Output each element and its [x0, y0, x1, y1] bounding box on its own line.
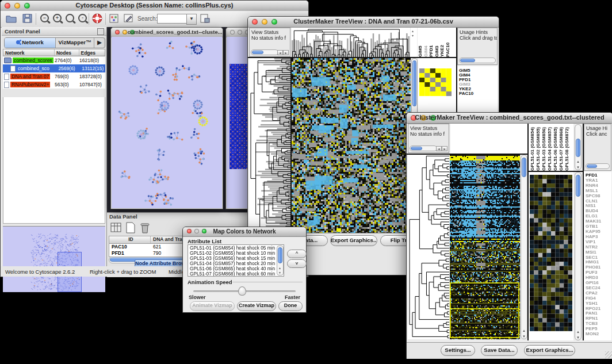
tv1-column-dendrogram[interactable]	[292, 28, 410, 57]
vizmap-icon[interactable]	[108, 13, 121, 25]
open-session-icon[interactable]	[5, 13, 18, 25]
scrollbar-thumb[interactable]	[576, 139, 580, 157]
scroll-up-icon[interactable]: ▲	[522, 329, 526, 332]
network1-canvas-area[interactable]	[112, 37, 222, 208]
gene-label[interactable]: MON2	[586, 332, 611, 337]
tab-vizmapper[interactable]: VizMapper™	[56, 38, 94, 48]
scrollbar-thumb[interactable]	[587, 164, 597, 168]
float-panel-icon[interactable]	[97, 28, 104, 35]
column-label[interactable]: YKE2	[439, 28, 445, 57]
tv2-zoom-vscrollbar[interactable]: ▲ ▼	[575, 172, 582, 340]
search-dropdown-icon[interactable]: ▼	[186, 14, 197, 25]
column-label[interactable]: GPL51-08 (GSM872)	[564, 124, 570, 171]
zoom-selected-icon[interactable]	[64, 13, 76, 25]
network-overview-icon[interactable]	[199, 13, 212, 25]
move-down-button[interactable]: v	[287, 259, 307, 268]
attribute-list-item[interactable]: GPL51-07 (GSM868) heat shock 60 min	[190, 271, 284, 277]
tv2-hints-hscrollbar[interactable]	[586, 163, 610, 169]
annotation-icon[interactable]	[123, 13, 135, 25]
animate-vizmap-button[interactable]: Animate Vizmap	[190, 301, 235, 311]
tv2-zoom-heatmap[interactable]	[530, 175, 572, 331]
column-label[interactable]: GIM3	[434, 28, 440, 57]
column-label[interactable]: GPL51-01 (GSM854)	[530, 124, 536, 171]
scrollbar-thumb[interactable]	[412, 60, 416, 106]
attr-list-vscrollbar[interactable]: ▲ ▼	[277, 246, 284, 275]
network-list-empty-area[interactable]	[3, 97, 105, 224]
settings-button[interactable]: Settings...	[441, 345, 475, 356]
scroll-down-icon[interactable]: ▼	[576, 166, 580, 169]
scroll-right-icon[interactable]: ▸	[283, 50, 289, 55]
column-label[interactable]: GPL51-07 (GSM868)	[559, 124, 564, 171]
scrollbar-thumb[interactable]	[522, 158, 526, 177]
column-label[interactable]: GPL51-06 (GSM865)	[553, 124, 559, 171]
attribute-select-icon[interactable]	[110, 221, 123, 234]
column-label[interactable]: PAC10	[445, 28, 451, 57]
network-table-row[interactable]: combined_scores 2764(0) 16218(0)	[3, 56, 105, 64]
scroll-up-icon[interactable]: ▲	[278, 266, 281, 270]
main-titlebar[interactable]: Cytoscape Desktop (Session Name: collins…	[1, 1, 308, 12]
network-table-row[interactable]: DNA and Tran 07 769(0) 183728(0)	[3, 72, 105, 81]
search-input[interactable]	[157, 14, 187, 24]
network-table-header[interactable]: Network Nodes Edges	[3, 49, 105, 56]
scroll-down-icon[interactable]: ▼	[576, 336, 580, 339]
new-attribute-icon[interactable]	[124, 221, 137, 234]
tab-overflow-arrow[interactable]: ▶	[94, 38, 105, 48]
network-table-row[interactable]: RNAPuberNov2+ 563(0) 107847(0)	[3, 81, 105, 89]
scrollbar-thumb[interactable]	[460, 59, 475, 62]
close-button[interactable]	[230, 30, 235, 35]
done-button[interactable]: Done	[278, 301, 303, 311]
delete-attribute-icon[interactable]	[139, 221, 151, 234]
column-label[interactable]: PFD1	[429, 28, 434, 57]
column-label[interactable]: GPL51-02 (GSM855)	[536, 124, 541, 171]
row-label[interactable]: PAC10	[459, 91, 498, 96]
scrollbar-thumb[interactable]	[278, 247, 282, 263]
network1-graph-canvas[interactable]	[112, 37, 222, 208]
tv1-mini-heatmap[interactable]	[419, 68, 452, 96]
scroll-down-icon[interactable]: ▼	[278, 271, 281, 274]
save-data-button[interactable]: Save Data...	[481, 345, 518, 356]
tv2-row-dendrogram[interactable]	[408, 155, 449, 339]
tv2-collabel-vscrollbar[interactable]: ▲ ▼	[575, 124, 582, 170]
resize-grip[interactable]	[605, 351, 612, 358]
export-graphics-button[interactable]: Export Graphics...	[330, 235, 377, 246]
network2-graph-canvas[interactable]	[230, 64, 248, 169]
minimize-button[interactable]	[238, 30, 242, 35]
treeview2-titlebar[interactable]: ClusterMaker TreeView : combined_scores_…	[407, 113, 612, 124]
tv1-row-dendrogram[interactable]	[249, 58, 290, 233]
birdseye-view[interactable]	[3, 226, 105, 292]
zoom-fit-icon[interactable]: ▫	[76, 13, 89, 25]
create-vizmap-button[interactable]: Create Vizmap	[237, 301, 276, 311]
network-table-row[interactable]: combined_sco 2569(6) 13112(15)	[3, 64, 105, 72]
scroll-down-icon[interactable]: ▼	[522, 335, 526, 338]
column-label[interactable]: GPL51-03 (GSM856)	[541, 124, 547, 171]
scroll-left-icon[interactable]: ◂	[436, 146, 442, 151]
scrollbar-thumb[interactable]	[252, 51, 263, 54]
tv2-status-hscrollbar[interactable]	[410, 145, 437, 151]
tv1-status-hscrollbar[interactable]	[251, 49, 278, 55]
zoom-in-icon[interactable]: +	[51, 13, 64, 25]
slider-thumb[interactable]	[238, 286, 246, 296]
scroll-up-icon[interactable]: ▲	[576, 160, 580, 163]
scroll-up-icon[interactable]: ▲	[576, 330, 580, 334]
move-up-button[interactable]: ^	[287, 250, 307, 258]
tab-network[interactable]: Network	[5, 38, 56, 48]
save-session-icon[interactable]	[21, 13, 34, 25]
column-label[interactable]: GPL51-04 (GSM857)	[547, 124, 553, 171]
tv1-heatmap[interactable]	[292, 58, 411, 233]
tv1-hints-hscrollbar[interactable]	[459, 58, 496, 63]
scroll-right-icon[interactable]: ▸	[442, 146, 447, 151]
zoom-out-icon[interactable]: −	[39, 13, 51, 25]
help-lifering-icon[interactable]	[91, 13, 104, 25]
scrollbar-thumb[interactable]	[576, 175, 580, 197]
export-graphics-button[interactable]: Export Graphics...	[524, 345, 575, 356]
scroll-left-icon[interactable]: ◂	[277, 50, 283, 55]
scroll-down-icon[interactable]: ▾	[412, 33, 414, 37]
dialog-titlebar[interactable]: Map Colors to Network	[183, 227, 306, 237]
column-label[interactable]: GIM5	[418, 28, 423, 57]
network1-titlebar[interactable]: combined_scores_good.txt--cluste...	[111, 28, 223, 37]
tv2-vscrollbar[interactable]: ▲ ▼	[521, 155, 527, 339]
tv2-column-dendrogram-area[interactable]	[450, 124, 527, 154]
column-label[interactable]: GIM4	[423, 28, 429, 57]
scroll-up-icon[interactable]: ▴	[412, 29, 414, 33]
tv2-heatmap[interactable]	[450, 155, 520, 339]
